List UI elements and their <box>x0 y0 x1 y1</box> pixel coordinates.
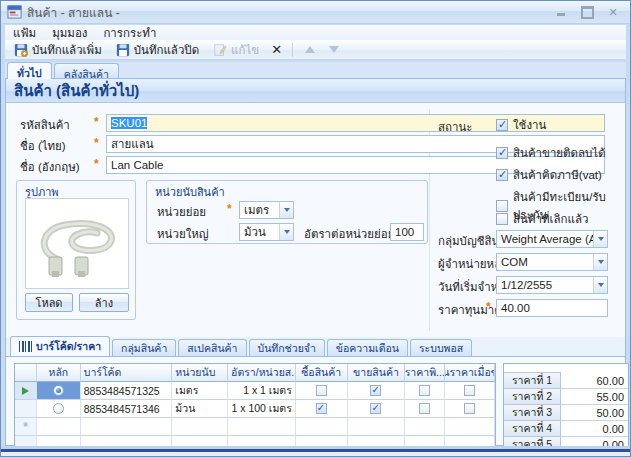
barcode-cell[interactable]: 8853484571346 <box>81 400 173 418</box>
grid-header-enter-price[interactable]: ป้อนราคาเมื่อขาย <box>445 364 495 382</box>
enter-price-checkbox-cell[interactable] <box>445 382 495 400</box>
unit-cell[interactable]: เมตร <box>172 382 228 400</box>
product-code-value: SKU01 <box>111 117 147 129</box>
barcode-cell[interactable] <box>81 418 173 436</box>
tab-product-group[interactable]: กลุ่มสินค้า <box>112 339 176 356</box>
grid-header-unit[interactable]: หน่วยนับ <box>172 364 228 382</box>
grid-header-sell[interactable]: ขายสินค้า <box>348 364 406 382</box>
tab-memo[interactable]: บันทึกช่วยจำ <box>249 339 325 356</box>
checkbox-discontinued[interactable]: สินค้าที่เลิกแล้ว <box>496 210 588 228</box>
price-4-value[interactable]: 0.00 <box>561 421 628 437</box>
new-row[interactable]: * <box>15 418 495 436</box>
checkbox-icon[interactable] <box>370 403 381 414</box>
unit-cell[interactable]: ม้วน <box>172 400 228 418</box>
buy-checkbox-cell[interactable] <box>296 382 348 400</box>
dropdown-button[interactable] <box>593 254 607 270</box>
checkbox-icon[interactable] <box>464 385 475 396</box>
checkbox-icon[interactable] <box>496 169 508 181</box>
grid-header-rate[interactable]: อัตรา/หน่วยส... <box>228 364 296 382</box>
price-row: ราคาที่ 2 55.00 <box>504 389 628 405</box>
price-2-value[interactable]: 55.00 <box>561 389 628 405</box>
special-price-checkbox-cell[interactable] <box>405 400 445 418</box>
checkbox-icon[interactable] <box>464 403 475 414</box>
buy-checkbox-cell[interactable] <box>296 418 348 436</box>
window-bottom-frame <box>1 446 630 456</box>
price-1-value[interactable]: 60.00 <box>561 373 628 389</box>
minimize-button-icon[interactable] <box>554 6 568 18</box>
load-image-button[interactable]: โหลด <box>25 293 73 312</box>
sell-checkbox-cell[interactable] <box>348 418 406 436</box>
checkbox-icon[interactable] <box>370 385 381 396</box>
grid-header-main[interactable]: หลัก <box>37 364 81 382</box>
barcode-cell[interactable]: 8853484571325 <box>81 382 173 400</box>
sub-unit-select[interactable]: เมตร <box>239 201 294 219</box>
main-radio-cell[interactable] <box>37 418 81 436</box>
tab-product-spec[interactable]: สเปคสินค้า <box>178 339 246 356</box>
checkbox-vat[interactable]: สินค้าคิดภาษี(vat) <box>496 166 602 184</box>
grid-header-buy[interactable]: ซื้อสินค้า <box>296 364 348 382</box>
tab-general[interactable]: ทั่วไป <box>7 62 52 79</box>
special-price-checkbox-cell[interactable] <box>405 382 445 400</box>
radio-icon[interactable] <box>53 403 64 414</box>
dropdown-button[interactable] <box>593 231 607 247</box>
enter-price-checkbox-cell[interactable] <box>445 400 495 418</box>
main-tabstrip: ทั่วไป คลังสินค้า <box>5 62 626 79</box>
checkbox-active[interactable]: ใช้งาน <box>496 116 546 134</box>
special-price-checkbox-cell[interactable] <box>405 418 445 436</box>
clear-image-button[interactable]: ล้าง <box>79 293 129 312</box>
delete-x-icon[interactable]: ✕ <box>267 42 286 57</box>
rate-cell[interactable] <box>228 418 296 436</box>
checkbox-negative-sale[interactable]: สินค้าขายติดลบได้ <box>496 144 606 162</box>
rate-cell[interactable]: 1 x 100 เมตร <box>228 400 296 418</box>
required-mark: * <box>94 136 99 150</box>
enter-price-checkbox-cell[interactable] <box>445 418 495 436</box>
big-unit-select[interactable]: ม้วน <box>239 223 294 241</box>
chevron-down-icon <box>598 237 604 241</box>
tab-warning-message[interactable]: ข้อความเตือน <box>327 339 408 356</box>
window-title: สินค้า - สายแลน - <box>27 3 554 22</box>
table-row[interactable]: 8853484571346 ม้วน 1 x 100 เมตร <box>15 400 495 418</box>
price-3-value[interactable]: 50.00 <box>561 405 628 421</box>
main-vendor-select[interactable]: COM <box>496 253 608 271</box>
close-button-icon[interactable]: ✕ <box>606 6 620 18</box>
buy-checkbox-cell[interactable] <box>296 400 348 418</box>
account-group-select[interactable]: Weight Average (Avg) <box>496 230 608 248</box>
save-and-close-button[interactable]: บันทึกแล้วปิด <box>110 39 205 61</box>
checkbox-icon[interactable] <box>419 403 430 414</box>
rate-per-sub-unit-input[interactable]: 100 <box>390 223 424 241</box>
main-radio-cell[interactable] <box>37 400 81 418</box>
checkbox-discontinued-label: สินค้าที่เลิกแล้ว <box>513 210 588 228</box>
rate-cell[interactable]: 1 x 1 เมตร <box>228 382 296 400</box>
main-radio-cell[interactable] <box>37 382 81 400</box>
price-1-label: ราคาที่ 1 <box>504 372 561 389</box>
product-window: สินค้า - สายแลน - ✕ แฟ้ม มุมมอง การกระทำ… <box>0 0 631 457</box>
sell-checkbox-cell[interactable] <box>348 400 406 418</box>
save-and-add-button[interactable]: บันทึกแล้วเพิ่ม <box>8 39 108 61</box>
grid-header-barcode[interactable]: บาร์โค้ด <box>81 364 173 382</box>
grid-header-special-price[interactable]: ราคาพิ... <box>405 364 445 382</box>
required-mark: * <box>94 157 99 171</box>
tab-barcode-price[interactable]: บาร์โค้ด/ราคา <box>10 336 110 356</box>
table-row[interactable]: 8853484571325 เมตร 1 x 1 เมตร <box>15 382 495 400</box>
radio-icon[interactable] <box>53 385 64 396</box>
price-row: ราคาที่ 4 0.00 <box>504 421 628 437</box>
start-date-picker[interactable]: 1/12/2555 <box>496 276 608 294</box>
checkbox-icon[interactable] <box>316 403 327 414</box>
unit-cell[interactable] <box>172 418 228 436</box>
sell-checkbox-cell[interactable] <box>348 382 406 400</box>
checkbox-icon[interactable] <box>496 119 508 131</box>
tab-inventory[interactable]: คลังสินค้า <box>54 63 119 79</box>
dropdown-button[interactable] <box>279 202 293 218</box>
start-date-value: 1/12/2555 <box>497 279 593 291</box>
dropdown-button[interactable] <box>279 224 293 240</box>
checkbox-icon[interactable] <box>496 147 508 159</box>
maximize-button-icon[interactable] <box>580 6 594 18</box>
checkbox-icon[interactable] <box>496 213 508 225</box>
tab-pos-system[interactable]: ระบบพอส <box>410 339 472 356</box>
checkbox-icon[interactable] <box>316 385 327 396</box>
checkbox-icon[interactable] <box>419 385 430 396</box>
row-indicator-cell <box>15 400 37 418</box>
dropdown-button[interactable] <box>593 277 607 293</box>
rate-per-sub-unit-label: อัตราต่อหน่วยย่อย <box>304 225 394 243</box>
standard-cost-input[interactable]: 40.00 <box>496 299 608 317</box>
